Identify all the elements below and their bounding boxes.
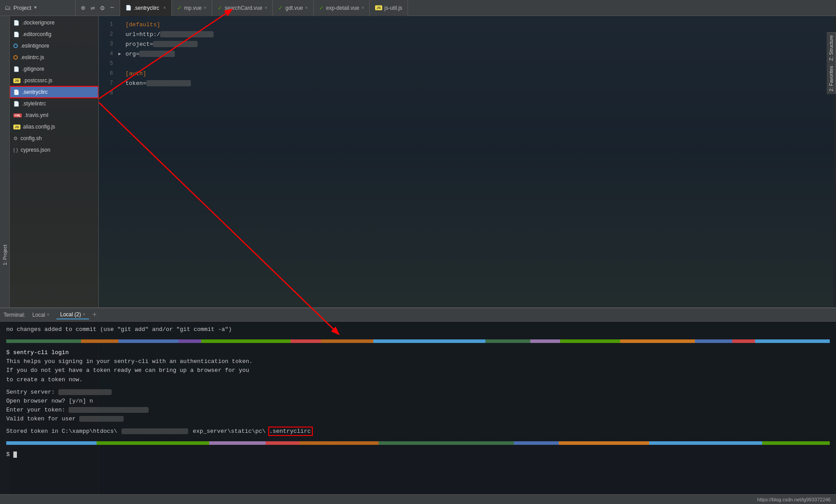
terminal-tab-local2[interactable]: Local (2) × [57,310,89,319]
close-icon[interactable]: × [163,5,166,10]
editor-content: 1 [defaults] 2 url=http:/ 3 project= [99,16,836,101]
status-url: https://blog.csdn.net/lg993372246 [757,497,831,502]
term-line-token: Enter your token: [6,406,830,415]
editor-line: 1 [defaults] [99,20,836,29]
list-item[interactable]: { } cypress.json [10,144,98,156]
line-number: 8 [99,90,118,96]
term-line-empty [6,423,830,427]
filename: .gitignore [22,66,44,72]
list-item[interactable]: YML .travis.yml [10,109,98,121]
close-icon[interactable]: × [361,5,364,10]
tab-label: searchCard.vue [225,5,263,11]
filename: .travis.yml [24,112,48,118]
tab-label: Local [32,312,45,318]
tab-gdt-vue[interactable]: ✓ gdt.vue × [273,0,313,16]
list-item[interactable]: 📄 .editorconfig [10,28,98,40]
list-item-selected[interactable]: 📄 .sentryclirc [10,86,98,98]
file-icon: 📄 [13,66,20,72]
js-icon: JS [375,5,382,10]
filename: .postcssrc.js [23,77,53,84]
line-number: 3 [99,41,118,47]
tab-exp-detail-vue[interactable]: ✓ exp-detail.vue × [314,0,370,16]
blur-value [79,416,124,422]
structure-label[interactable]: Z: Structure [827,32,836,63]
tab-sentryclirc[interactable]: 📄 .sentryclirc × [120,0,172,16]
terminal-tab-local[interactable]: Local × [29,311,53,319]
app-container: 🗂 Project ▼ ⊕ ⇌ ⚙ − 📄 .sentryclirc × ✓ m… [0,0,836,504]
file-icon: 📄 [13,20,20,26]
term-line-empty [6,334,830,338]
add-terminal-button[interactable]: + [93,311,97,319]
line-arrow-indicator: ▶ [118,51,125,56]
color-bar-2 [6,441,830,445]
panel-label-text: 1: Project [2,245,8,265]
editor-line: 8 [99,88,836,98]
term-text: no changes added to commit (use "git add… [6,326,232,333]
line-content: url=http:/ [125,31,160,38]
minimize-icon[interactable]: − [110,4,114,12]
gear-icon[interactable]: ⚙ [100,4,105,12]
blur-value [160,31,214,37]
list-item[interactable]: .eslintignore [10,40,98,52]
tab-searchcard-vue[interactable]: ✓ searchCard.vue × [212,0,273,16]
term-line: to create a token now. [6,375,830,384]
sliders-icon[interactable]: ⇌ [91,4,95,12]
file-icon: 📄 [13,32,20,37]
vue-check-icon: ✓ [319,4,324,11]
list-item[interactable]: ⚙ config.sh [10,133,98,144]
term-text: This helps you signing in your sentry-cl… [6,358,253,365]
file-icon: 📄 [13,101,20,107]
line-content: [auth] [125,70,146,77]
close-icon[interactable]: × [47,312,49,317]
list-item[interactable]: 📄 .gitignore [10,63,98,75]
term-text-to: to create a token now. [6,376,83,383]
term-line: This helps you signing in your sentry-cl… [6,357,830,366]
project-title: Project [13,4,31,11]
dropdown-icon[interactable]: ▼ [34,5,36,10]
globe-icon[interactable]: ⊕ [81,4,85,12]
filename: alias.config.js [23,124,55,130]
term-command-line: $ sentry-cli login [6,348,830,357]
term-label: Sentry server: [6,389,58,395]
term-line: If you do not yet have a token ready we … [6,366,830,375]
folder-icon: 🗂 [4,4,11,12]
blur-path [121,428,188,434]
tab-mp-vue[interactable]: ✓ mp.vue × [172,0,212,16]
term-line: no changes added to commit (use "git add… [6,325,830,334]
term-prompt: $ [6,451,13,458]
tab-js-util[interactable]: JS js-util.js [370,0,408,16]
term-line-empty [6,384,830,388]
blur-value [69,407,149,413]
term-cursor [13,452,17,458]
yml-file-icon: YML [13,113,22,117]
line-content: token= [125,80,146,87]
config-icon: ⚙ [13,136,18,141]
status-bar: https://blog.csdn.net/lg993372246 [0,494,836,504]
color-bar [6,339,830,343]
close-icon[interactable]: × [83,312,85,317]
editor-line: 5 [99,59,836,69]
circle-orange-icon [13,55,18,60]
term-line-empty [6,436,830,439]
list-item[interactable]: .eslintrc.js [10,52,98,63]
term-prompt: $ [6,349,13,356]
terminal-label: Terminal: [4,312,25,318]
tab-label: exp-detail.vue [326,5,359,11]
terminal-content[interactable]: no changes added to commit (use "git add… [0,322,836,494]
list-item[interactable]: JS alias.config.js [10,121,98,133]
list-item[interactable]: 📄 .stylelintrc [10,98,98,109]
list-item[interactable]: JS .postcssrc.js [10,75,98,86]
close-icon[interactable]: × [305,5,308,10]
json-icon: { } [13,147,18,153]
term-line-valid: Valid token for user [6,415,830,423]
close-icon[interactable]: × [204,5,206,10]
js-file-icon: JS [13,78,20,83]
list-item[interactable]: 📄 .dockerignore [10,17,98,28]
term-line-sentry-server: Sentry server: [6,388,830,397]
sentryclirc-annotation-box [268,427,313,436]
filename: .sentryclirc [22,89,48,95]
terminal-panel: Terminal: Local × Local (2) × + no chang… [0,307,836,494]
line-number: 5 [99,60,118,67]
close-icon[interactable]: × [265,5,267,10]
favorites-label[interactable]: 2: Favorites [827,63,836,94]
